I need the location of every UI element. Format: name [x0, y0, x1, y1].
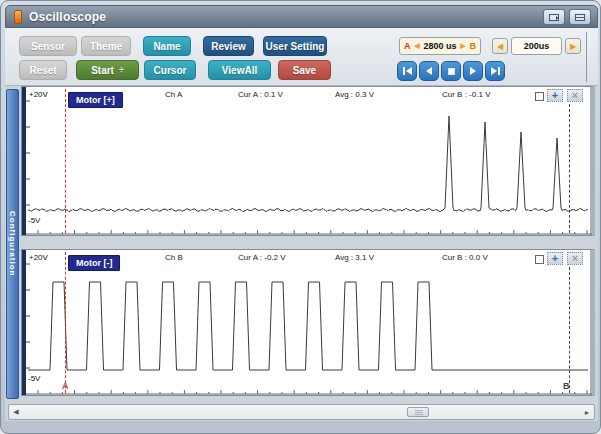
cursor-b-line-channel-a[interactable] — [569, 104, 570, 233]
timebase-increase-button[interactable]: ▶ — [565, 38, 581, 54]
cursor-button[interactable]: Cursor — [144, 60, 196, 80]
timebase-value: 200us — [511, 37, 562, 55]
cursor-a-line-channel-b[interactable] — [65, 252, 66, 393]
channel-b-label: Ch B — [165, 253, 183, 262]
playback-stop-button[interactable] — [441, 61, 461, 81]
playback-play-button[interactable] — [463, 61, 483, 81]
start-button[interactable]: Start ÷ — [76, 60, 139, 80]
play-icon — [470, 67, 476, 75]
step-back-icon — [426, 67, 432, 75]
cursor-b-line-channel-b[interactable] — [569, 267, 570, 393]
stop-icon — [448, 68, 455, 75]
scroll-right-icon[interactable]: ► — [581, 406, 593, 418]
window-title: Oscilloscope — [29, 10, 106, 24]
channel-a-cursor-b-readout: Cur B : -0.1 V — [442, 90, 490, 99]
timebase-decrease-button[interactable]: ◀ — [492, 38, 508, 54]
sensor-button[interactable]: Sensor — [19, 36, 77, 56]
channel-b-zoom-button[interactable]: + — [547, 252, 563, 265]
channel-b-checkbox[interactable] — [535, 255, 544, 264]
skip-start-icon — [403, 67, 405, 75]
channel-a-checkbox[interactable] — [535, 92, 544, 101]
ab-range-box: A ◀ 2800 us ▶ B — [399, 37, 481, 55]
range-right-arrow-icon[interactable]: ▶ — [460, 42, 465, 50]
skip-end-icon — [491, 67, 497, 75]
name-button[interactable]: Name — [143, 36, 191, 56]
popout-window-button[interactable] — [543, 9, 565, 25]
shade-window-button[interactable] — [569, 9, 591, 25]
save-button[interactable]: Save — [278, 60, 331, 80]
channel-a-avg-readout: Avg : 0.3 V — [335, 90, 374, 99]
channel-b-cursor-a-readout: Cur A : -0.2 V — [238, 253, 286, 262]
app-icon — [14, 10, 22, 24]
range-left-arrow-icon[interactable]: ◀ — [414, 42, 419, 50]
channel-a-vbottom-label: -5V — [28, 216, 40, 225]
channel-a-panel: +20V Motor [+] Ch A Cur A : 0.1 V Avg : … — [21, 86, 595, 236]
cursor-b-flag[interactable]: B — [563, 381, 570, 391]
channel-b-vbottom-label: -5V — [28, 374, 40, 383]
channel-b-cursor-b-readout: Cur B : 0.0 V — [442, 253, 488, 262]
channel-b-avg-readout: Avg : 3.1 V — [335, 253, 374, 262]
playback-step-back-button[interactable] — [419, 61, 439, 81]
cursor-a-flag[interactable]: A — [62, 381, 69, 391]
scrollbar-thumb[interactable] — [407, 407, 429, 417]
review-button[interactable]: Review — [203, 36, 254, 56]
channel-a-vtop-label: +20V — [29, 90, 48, 99]
reset-button[interactable]: Reset — [19, 60, 67, 80]
channel-a-close-button[interactable]: × — [567, 89, 583, 102]
waveform-a — [22, 87, 596, 237]
horizontal-scrollbar[interactable]: ◀ ► — [8, 404, 595, 420]
channel-b-panel: +20V Motor [-] Ch B Cur A : -0.2 V Avg :… — [21, 249, 595, 396]
range-b-label: B — [470, 41, 477, 51]
user-setting-button[interactable]: User Setting — [263, 36, 327, 56]
viewall-button[interactable]: ViewAll — [208, 60, 271, 80]
popout-icon — [549, 14, 559, 21]
start-spinner-icon: ÷ — [119, 65, 124, 75]
theme-button[interactable]: Theme — [81, 36, 131, 56]
cursor-a-line-channel-a[interactable] — [65, 89, 66, 233]
channel-a-cursor-a-readout: Cur A : 0.1 V — [238, 90, 283, 99]
playback-skip-end-button[interactable] — [485, 61, 505, 81]
waveform-b — [22, 250, 596, 397]
channel-a-voltage-axis — [22, 87, 26, 235]
channel-a-label: Ch A — [165, 90, 182, 99]
oscilloscope-window: Oscilloscope Sensor Theme Name Review Us… — [0, 0, 601, 434]
scroll-left-icon[interactable]: ◀ — [10, 406, 22, 418]
channel-a-name-tag[interactable]: Motor [+] — [68, 92, 123, 108]
toolbar: Sensor Theme Name Review User Setting Re… — [5, 28, 598, 86]
configuration-tab-label: Configuration — [8, 211, 17, 276]
toolbar-divider — [586, 32, 587, 82]
title-bar: Oscilloscope — [5, 5, 598, 28]
channel-a-zoom-button[interactable]: + — [547, 89, 563, 102]
channel-b-vtop-label: +20V — [29, 253, 48, 262]
channel-b-voltage-axis — [22, 250, 26, 395]
start-button-label: Start — [91, 65, 114, 76]
configuration-tab[interactable]: Configuration — [6, 89, 19, 399]
playback-skip-start-button[interactable] — [397, 61, 417, 81]
channel-b-close-button[interactable]: × — [567, 252, 583, 265]
channel-b-name-tag[interactable]: Motor [-] — [68, 255, 120, 271]
shade-icon — [575, 14, 585, 21]
range-value: 2800 us — [423, 41, 456, 51]
range-a-label: A — [404, 41, 411, 51]
